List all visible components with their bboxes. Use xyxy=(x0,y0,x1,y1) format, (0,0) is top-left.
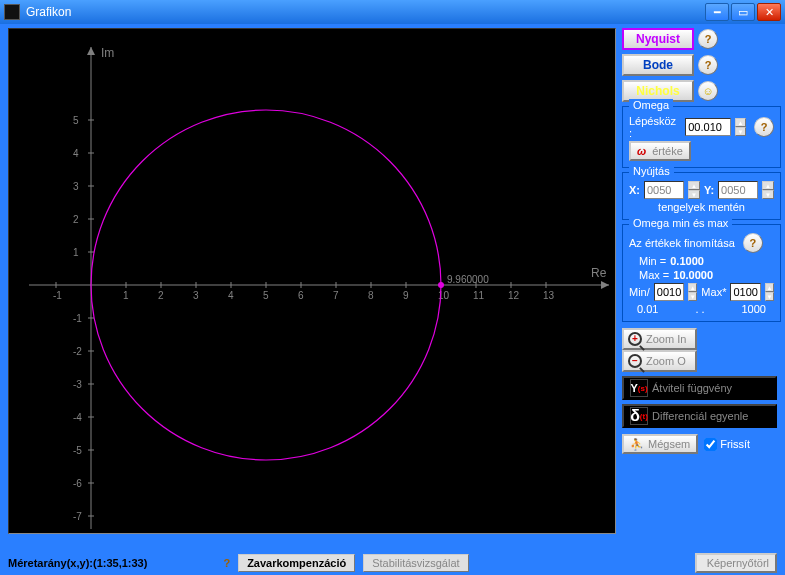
zoom-out-label: Zoom O xyxy=(646,355,686,367)
svg-text:8: 8 xyxy=(368,290,374,301)
status-bar: Méretarány(x,y):(1:35,1:33) ? Zavarkompe… xyxy=(8,553,781,573)
minimize-button[interactable]: ━ xyxy=(705,3,729,21)
svg-text:6: 6 xyxy=(298,290,304,301)
svg-text:1: 1 xyxy=(73,247,79,258)
scale-dots: . . xyxy=(695,303,704,315)
zoom-in-icon: + xyxy=(628,332,642,346)
step-help-button[interactable]: ? xyxy=(754,117,774,137)
minf-stepper[interactable]: ▲▼ xyxy=(688,283,697,301)
differential-button[interactable]: δ(t) Differenciál egyenle xyxy=(622,404,777,428)
omega-legend: Omega xyxy=(629,99,673,111)
minf-input[interactable]: 0010 xyxy=(654,283,684,301)
main-area: Re Im -112345678910111213 54321-1-2-3-4-… xyxy=(0,24,785,575)
step-stepper[interactable]: ▲▼ xyxy=(735,118,747,136)
max-label: Max = xyxy=(639,269,669,281)
x-axis-arrow xyxy=(601,281,609,289)
maximize-button[interactable]: ▭ xyxy=(731,3,755,21)
app-icon xyxy=(4,4,20,20)
min-value: 0.1000 xyxy=(670,255,704,267)
stretch-x-label: X: xyxy=(629,184,640,196)
bode-button[interactable]: Bode xyxy=(622,54,694,76)
stretch-y-input[interactable]: 0050 xyxy=(718,181,758,199)
zoom-out-icon: − xyxy=(628,354,642,368)
svg-text:-7: -7 xyxy=(73,511,82,522)
person-icon: ⛹ xyxy=(630,438,644,451)
max-value: 10.0000 xyxy=(673,269,713,281)
close-button[interactable]: ✕ xyxy=(757,3,781,21)
svg-text:2: 2 xyxy=(158,290,164,301)
stretch-x-input[interactable]: 0050 xyxy=(644,181,684,199)
refresh-checkbox-input[interactable] xyxy=(704,438,717,451)
nyquist-button[interactable]: Nyquist xyxy=(622,28,694,50)
zoom-out-button[interactable]: − Zoom O xyxy=(622,350,697,372)
svg-text:10: 10 xyxy=(438,290,450,301)
zavar-button[interactable]: Zavarkompenzáció xyxy=(238,554,355,572)
curve-marker xyxy=(438,282,444,288)
x-axis-label: Re xyxy=(591,266,607,280)
stretch-y-stepper[interactable]: ▲▼ xyxy=(762,181,774,199)
zoom-in-button[interactable]: + Zoom In xyxy=(622,328,697,350)
y-s-icon: Y(s) xyxy=(630,379,648,397)
stretch-x-stepper[interactable]: ▲▼ xyxy=(688,181,700,199)
svg-text:11: 11 xyxy=(473,290,485,301)
plot-area: Re Im -112345678910111213 54321-1-2-3-4-… xyxy=(8,28,616,534)
svg-text:4: 4 xyxy=(228,290,234,301)
svg-text:3: 3 xyxy=(73,181,79,192)
omega-group: Omega Lépésköz : 00.010 ▲▼ ? ω értéke xyxy=(622,106,781,168)
svg-text:3: 3 xyxy=(193,290,199,301)
svg-text:2: 2 xyxy=(73,214,79,225)
bode-help-button[interactable]: ? xyxy=(698,55,718,75)
side-panel: Nyquist ? Bode ? Nichols ☺ Omega Lépéskö… xyxy=(622,28,781,454)
marker-label: 9.960000 xyxy=(447,274,489,285)
plot-svg: Re Im -112345678910111213 54321-1-2-3-4-… xyxy=(9,29,617,535)
delta-icon: δ(t) xyxy=(630,407,648,425)
svg-text:9: 9 xyxy=(403,290,409,301)
titlebar: Grafikon ━ ▭ ✕ xyxy=(0,0,785,24)
minmax-group: Omega min és max Az értékek finomítása ?… xyxy=(622,224,781,322)
transfer-function-label: Átviteli függvény xyxy=(652,382,732,394)
nichols-help-button[interactable]: ☺ xyxy=(698,81,718,101)
aspect-ratio: Méretarány(x,y):(1:35,1:33) xyxy=(8,557,147,569)
cancel-button[interactable]: ⛹ Mégsem xyxy=(622,434,698,454)
minf-label: Min/ xyxy=(629,286,650,298)
y-axis-arrow xyxy=(87,47,95,55)
stretch-legend: Nyújtás xyxy=(629,165,674,177)
minmax-legend: Omega min és max xyxy=(629,217,732,229)
svg-text:-5: -5 xyxy=(73,445,82,456)
omega-icon: ω xyxy=(637,145,646,157)
step-input[interactable]: 00.010 xyxy=(685,118,730,136)
refresh-checkbox[interactable]: Frissít xyxy=(704,438,750,451)
svg-text:-2: -2 xyxy=(73,346,82,357)
scale-right: 1000 xyxy=(742,303,766,315)
screenshot-button[interactable]: Képernyőtörl xyxy=(695,553,777,573)
maxf-label: Max* xyxy=(701,286,726,298)
svg-text:-1: -1 xyxy=(53,290,62,301)
stretch-axes-label: tengelyek mentén xyxy=(658,201,745,213)
refine-label: Az értékek finomítása xyxy=(629,237,735,249)
step-label: Lépésköz : xyxy=(629,115,681,139)
screenshot-label: Képernyőtörl xyxy=(707,557,769,569)
cancel-label: Mégsem xyxy=(648,438,690,450)
minmax-help-button[interactable]: ? xyxy=(743,233,763,253)
stability-button[interactable]: Stabilitásvizsgálat xyxy=(363,554,468,572)
refresh-label: Frissít xyxy=(720,438,750,450)
maxf-stepper[interactable]: ▲▼ xyxy=(765,283,774,301)
differential-label: Differenciál egyenle xyxy=(652,410,748,422)
nyquist-help-button[interactable]: ? xyxy=(698,29,718,49)
scale-left: 0.01 xyxy=(637,303,658,315)
svg-text:-1: -1 xyxy=(73,313,82,324)
omega-value-button[interactable]: ω értéke xyxy=(629,141,691,161)
svg-text:13: 13 xyxy=(543,290,555,301)
svg-text:4: 4 xyxy=(73,148,79,159)
transfer-function-button[interactable]: Y(s) Átviteli függvény xyxy=(622,376,777,400)
svg-text:1: 1 xyxy=(123,290,129,301)
omega-value-label: értéke xyxy=(652,145,683,157)
window-title: Grafikon xyxy=(26,5,703,19)
maxf-input[interactable]: 0100 xyxy=(730,283,760,301)
stretch-group: Nyújtás X: 0050 ▲▼ Y: 0050 ▲▼ tengelyek … xyxy=(622,172,781,220)
min-label: Min = xyxy=(639,255,666,267)
svg-text:5: 5 xyxy=(73,115,79,126)
svg-text:-3: -3 xyxy=(73,379,82,390)
svg-text:12: 12 xyxy=(508,290,520,301)
svg-text:-6: -6 xyxy=(73,478,82,489)
